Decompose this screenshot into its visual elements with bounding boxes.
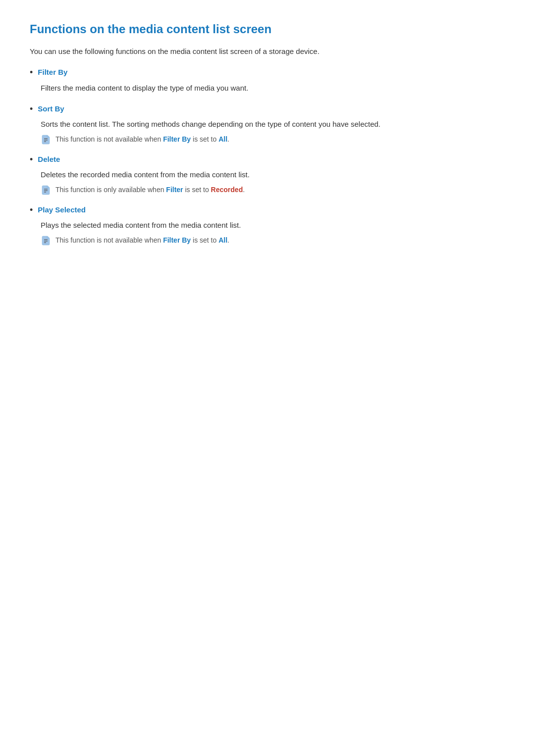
bullet-icon: • (30, 153, 33, 166)
highlight-all: All (218, 135, 227, 143)
bullet-icon: • (30, 103, 33, 115)
list-item: • Filter By Filters the media content to… (30, 66, 505, 94)
feature-desc-sort-by: Sorts the content list. The sorting meth… (41, 118, 505, 130)
list-item: • Play Selected Plays the selected media… (30, 204, 505, 246)
note-icon (41, 185, 51, 195)
note-icon (41, 135, 51, 145)
note-icon (41, 236, 51, 246)
list-item: • Sort By Sorts the content list. The so… (30, 103, 505, 145)
feature-label-sort-by: Sort By (38, 103, 64, 115)
feature-label-play-selected: Play Selected (38, 204, 86, 216)
note-text-sort-by: This function is not available when Filt… (55, 134, 229, 145)
feature-label-filter-by: Filter By (38, 66, 67, 78)
highlight-recorded: Recorded (211, 186, 243, 194)
feature-desc-filter-by: Filters the media content to display the… (41, 82, 505, 94)
feature-desc-play-selected: Plays the selected media content from th… (41, 219, 505, 231)
note-row: This function is not available when Filt… (41, 235, 505, 246)
list-item: • Delete Deletes the recorded media cont… (30, 153, 505, 195)
feature-desc-delete: Deletes the recorded media content from … (41, 169, 505, 181)
note-row: This function is not available when Filt… (41, 134, 505, 145)
intro-text: You can use the following functions on t… (30, 46, 505, 57)
bullet-icon: • (30, 204, 33, 216)
note-row: This function is only available when Fil… (41, 185, 505, 195)
highlight-filter-by-2: Filter By (163, 236, 191, 244)
note-text-play-selected: This function is not available when Filt… (55, 235, 229, 246)
highlight-all-2: All (218, 236, 227, 244)
note-text-delete: This function is only available when Fil… (55, 185, 245, 195)
feature-list: • Filter By Filters the media content to… (30, 66, 505, 246)
bullet-icon: • (30, 66, 33, 79)
feature-label-delete: Delete (38, 153, 60, 165)
highlight-filter-by: Filter By (163, 135, 191, 143)
page-title: Functions on the media content list scre… (30, 20, 505, 39)
highlight-filter: Filter (166, 186, 183, 194)
